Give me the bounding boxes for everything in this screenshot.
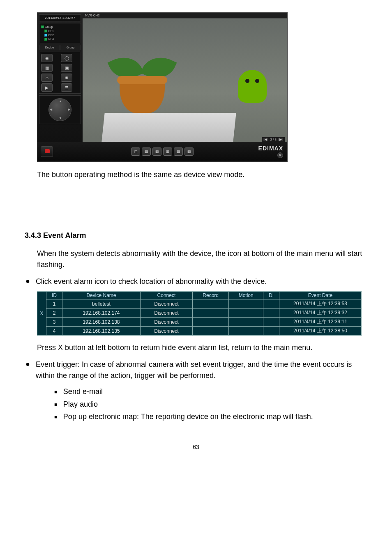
col-date: Event Date xyxy=(279,292,362,299)
nvr-bottom-bar: ▢ ▦ ▦ ▦ ▦ ▦ EDIMAX ✕ xyxy=(37,142,287,161)
bullet-dot-icon: ● xyxy=(25,359,30,369)
play-icon[interactable]: ▶ xyxy=(41,83,53,92)
press-x-note: Press X button at left bottom to return … xyxy=(37,342,367,353)
col-motion: Motion xyxy=(229,292,263,299)
section-heading: 3.4.3 Event Alarm xyxy=(25,231,367,240)
brand-label: EDIMAX xyxy=(258,145,283,152)
record-icon[interactable]: ◯ xyxy=(61,54,72,62)
list-item: Play audio xyxy=(54,398,367,411)
tree-item: GP1 xyxy=(48,29,54,33)
layout-16-icon[interactable]: ▦ xyxy=(184,147,194,156)
col-record: Record xyxy=(192,292,229,299)
page-indicator: ◀ 2 / 8 ▶ xyxy=(262,137,285,142)
layout-1-icon[interactable]: ▢ xyxy=(131,147,140,156)
layout-4-icon[interactable]: ▦ xyxy=(142,147,151,156)
figure-caption: The button operating method is the same … xyxy=(37,169,367,180)
bullet-event-trigger: ● Event trigger: In case of abnormal cam… xyxy=(25,359,367,381)
layout-9-icon[interactable]: ▦ xyxy=(174,147,183,156)
col-di: DI xyxy=(263,292,279,299)
grid1-icon[interactable]: ▣ xyxy=(61,64,72,72)
event-alarm-table: X ID Device Name Connect Record Motion D… xyxy=(37,291,367,336)
snapshot-icon[interactable]: ◉ xyxy=(41,54,53,62)
layout-8-icon[interactable]: ▦ xyxy=(163,147,172,156)
tree-root: Group xyxy=(45,25,53,29)
pager-value: 2 / 8 xyxy=(270,138,277,141)
page-number: 63 xyxy=(25,444,367,450)
bullet-text: Event trigger: In case of abnormal camer… xyxy=(36,359,367,381)
col-id: ID xyxy=(46,292,62,299)
table-row: 3 192.168.102.138 Disconnect 2011/4/14 上… xyxy=(37,318,362,327)
nvr-sidebar: 2011/09/14 11:32:57 Group GP1 GP2 GP3 De… xyxy=(37,13,83,142)
gear-icon[interactable]: ✺ xyxy=(61,74,72,82)
col-device: Device Name xyxy=(62,292,140,299)
table-row: 1 belletest Disconnect 2011/4/14 上午 12:3… xyxy=(37,299,362,309)
video-viewport: NVR-CH2 ◀ 2 / 8 ▶ xyxy=(83,13,287,142)
col-connect: Connect xyxy=(140,292,192,299)
next-page-icon[interactable]: ▶ xyxy=(278,138,283,141)
tree-item: GP2 xyxy=(48,33,54,37)
channel-label: NVR-CH2 xyxy=(83,13,287,18)
camera-scene: ◀ 2 / 8 ▶ xyxy=(83,18,287,142)
grid4-icon[interactable]: ▦ xyxy=(41,64,53,72)
bullet-click-alarm: ● Click event alarm icon to check locati… xyxy=(25,276,367,287)
bullet-dot-icon: ● xyxy=(25,276,30,286)
nvr-window: 2011/09/14 11:32:57 Group GP1 GP2 GP3 De… xyxy=(37,12,288,162)
close-event-list-button[interactable]: X xyxy=(37,292,46,336)
alert-device-icon[interactable] xyxy=(41,146,53,157)
table-row: 4 192.168.102.135 Disconnect 2011/4/14 上… xyxy=(37,327,362,336)
close-icon[interactable]: ✕ xyxy=(277,152,283,158)
tab-device[interactable]: Device xyxy=(39,45,60,50)
tab-group[interactable]: Group xyxy=(60,45,81,50)
tree-item: GP3 xyxy=(48,37,54,41)
warn-icon[interactable]: ⚠ xyxy=(41,74,53,82)
table-row: 2 192.168.102.174 Disconnect 2011/4/14 上… xyxy=(37,309,362,318)
bullet-text: Click event alarm icon to check location… xyxy=(36,276,367,287)
brand-area: EDIMAX ✕ xyxy=(258,145,283,158)
side-button-grid: ◉ ◯ ▦ ▣ ⚠ ✺ ▶ ≣ xyxy=(39,52,81,94)
section-intro: When the system detects abnormality with… xyxy=(37,248,367,270)
timestamp: 2011/09/14 11:32:57 xyxy=(39,14,81,21)
nvr-screenshot-figure: 2011/09/14 11:32:57 Group GP1 GP2 GP3 De… xyxy=(37,12,367,162)
trigger-action-list: Send e-mail Play audio Pop up electronic… xyxy=(54,385,367,423)
list-icon[interactable]: ≣ xyxy=(61,83,72,92)
list-item: Pop up electronic map: The reporting dev… xyxy=(54,410,367,423)
group-tree[interactable]: Group GP1 GP2 GP3 xyxy=(39,23,81,43)
prev-page-icon[interactable]: ◀ xyxy=(263,138,268,141)
list-item: Send e-mail xyxy=(54,385,367,398)
ptz-joystick[interactable]: ▲ ▼ ◀ ▶ xyxy=(39,95,81,124)
layout-6-icon[interactable]: ▦ xyxy=(152,147,161,156)
